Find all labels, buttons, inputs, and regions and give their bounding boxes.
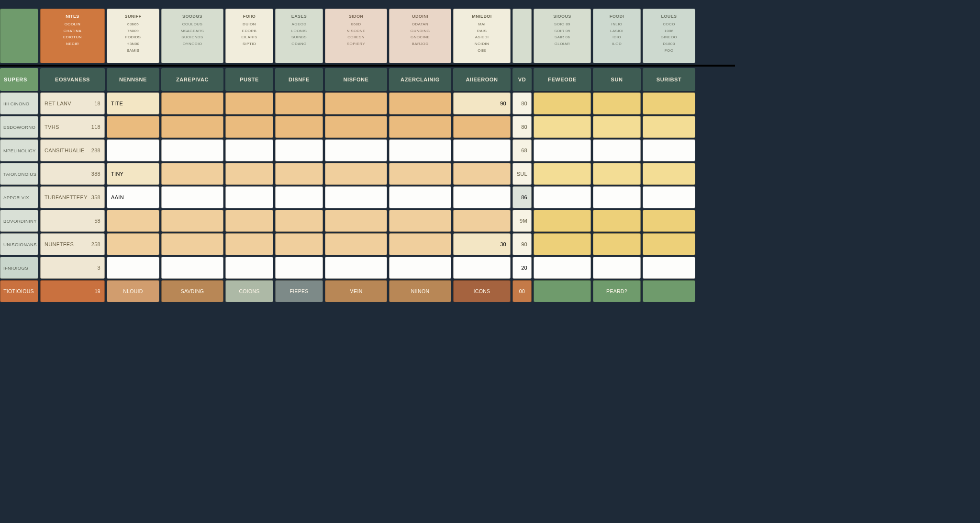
- data-cell[interactable]: [275, 92, 323, 114]
- data-cell[interactable]: [161, 186, 223, 208]
- data-cell[interactable]: [275, 139, 323, 161]
- data-cell[interactable]: [225, 257, 273, 279]
- data-cell[interactable]: [275, 210, 323, 232]
- data-cell[interactable]: [225, 233, 273, 255]
- descriptor-cell[interactable]: FOIIODUIONEDORBEILARISSIPTID: [225, 9, 273, 63]
- header-col[interactable]: FEWEODE: [534, 68, 591, 91]
- data-cell[interactable]: [593, 210, 641, 232]
- data-cell[interactable]: 90: [512, 233, 532, 255]
- data-cell[interactable]: [453, 257, 511, 279]
- data-cell[interactable]: [643, 186, 695, 208]
- descriptor-cell[interactable]: SIOOUSSOIO 89SOIR 05SAIR 06GLOIAR: [534, 9, 591, 63]
- row-category-cell[interactable]: 58: [40, 210, 105, 232]
- data-cell[interactable]: [643, 139, 695, 161]
- data-cell[interactable]: [534, 116, 591, 138]
- data-cell[interactable]: 30: [453, 233, 511, 255]
- data-cell[interactable]: 86: [512, 186, 532, 208]
- header-col[interactable]: NISFONE: [325, 68, 387, 91]
- data-cell[interactable]: [225, 116, 273, 138]
- data-cell[interactable]: [107, 139, 159, 161]
- row-category-cell[interactable]: TUBFANETTEEY358: [40, 186, 105, 208]
- data-cell[interactable]: [593, 186, 641, 208]
- data-cell[interactable]: [389, 233, 451, 255]
- data-cell[interactable]: 9M: [512, 210, 532, 232]
- data-cell[interactable]: [534, 186, 591, 208]
- data-cell[interactable]: [453, 210, 511, 232]
- descriptor-cell[interactable]: EASESAGEODLOONISSUINBSODANG: [275, 9, 323, 63]
- data-cell[interactable]: [161, 163, 223, 185]
- data-cell[interactable]: [534, 92, 591, 114]
- header-side[interactable]: SUPERS: [0, 68, 38, 91]
- data-cell[interactable]: [593, 139, 641, 161]
- data-cell[interactable]: [453, 163, 511, 185]
- data-cell[interactable]: [161, 139, 223, 161]
- data-cell[interactable]: [593, 116, 641, 138]
- header-col[interactable]: SURIBST: [643, 68, 695, 91]
- data-cell[interactable]: [107, 233, 159, 255]
- data-cell[interactable]: [534, 163, 591, 185]
- data-cell[interactable]: [275, 257, 323, 279]
- data-cell[interactable]: [325, 257, 387, 279]
- descriptor-cell[interactable]: SOODGSCOULOUSMSAGEARSSUOICNDSOYNODIO: [161, 9, 223, 63]
- row-category-cell[interactable]: 19: [40, 280, 105, 302]
- descriptor-cell[interactable]: SIDON868DNISODNECOIIESNSOPIERY: [325, 9, 387, 63]
- row-side-label[interactable]: TAIONONOIUS: [0, 163, 38, 185]
- data-cell[interactable]: [325, 92, 387, 114]
- descriptor-cell[interactable]: SUNIFF6366575009FODIDSH3N00SAMIS: [107, 9, 159, 63]
- data-cell[interactable]: 80: [512, 92, 532, 114]
- data-cell[interactable]: TITE: [107, 92, 159, 114]
- header-col[interactable]: AIIEEROON: [453, 68, 511, 91]
- data-cell[interactable]: AAIN: [107, 186, 159, 208]
- data-cell[interactable]: [107, 210, 159, 232]
- data-cell[interactable]: [107, 257, 159, 279]
- data-cell[interactable]: [389, 139, 451, 161]
- data-cell[interactable]: [534, 280, 591, 302]
- data-cell[interactable]: [389, 186, 451, 208]
- data-cell[interactable]: [389, 116, 451, 138]
- data-cell[interactable]: [593, 233, 641, 255]
- data-cell[interactable]: [389, 163, 451, 185]
- row-category-cell[interactable]: 388: [40, 163, 105, 185]
- data-cell[interactable]: [453, 186, 511, 208]
- data-cell[interactable]: [107, 116, 159, 138]
- data-cell[interactable]: [325, 163, 387, 185]
- data-cell[interactable]: SAVDING: [161, 280, 223, 302]
- data-cell[interactable]: [275, 163, 323, 185]
- data-cell[interactable]: [325, 116, 387, 138]
- data-cell[interactable]: [161, 92, 223, 114]
- header-col[interactable]: EOSVANESS: [40, 68, 105, 91]
- descriptor-cell[interactable]: [512, 9, 532, 63]
- data-cell[interactable]: [161, 233, 223, 255]
- header-col[interactable]: NENNSNE: [107, 68, 159, 91]
- descriptor-cell[interactable]: LOUESCOCO1086GINEOOD1800FOO: [643, 9, 695, 63]
- data-cell[interactable]: [453, 139, 511, 161]
- data-cell[interactable]: [643, 210, 695, 232]
- header-col[interactable]: DISNFE: [275, 68, 323, 91]
- data-cell[interactable]: PEARD?: [593, 280, 641, 302]
- data-cell[interactable]: NIINON: [389, 280, 451, 302]
- row-category-cell[interactable]: 3: [40, 257, 105, 279]
- descriptor-cell[interactable]: NITESOOOLINCHATINAEDIOTUNNECIR: [40, 9, 105, 63]
- data-cell[interactable]: MEIN: [325, 280, 387, 302]
- data-cell[interactable]: [643, 163, 695, 185]
- header-col[interactable]: PUSTE: [225, 68, 273, 91]
- data-cell[interactable]: TINY: [107, 163, 159, 185]
- row-side-label[interactable]: ESDOWORNO: [0, 116, 38, 138]
- data-cell[interactable]: [534, 210, 591, 232]
- row-side-label[interactable]: UNISOIONANS: [0, 233, 38, 255]
- data-cell[interactable]: 68: [512, 139, 532, 161]
- data-cell[interactable]: 80: [512, 116, 532, 138]
- data-cell[interactable]: [275, 233, 323, 255]
- data-cell[interactable]: [389, 257, 451, 279]
- header-col[interactable]: AZERCLAINIG: [389, 68, 451, 91]
- row-category-cell[interactable]: CANSITHUALIE288: [40, 139, 105, 161]
- data-cell[interactable]: [325, 186, 387, 208]
- data-cell[interactable]: [161, 116, 223, 138]
- data-cell[interactable]: [389, 210, 451, 232]
- data-cell[interactable]: [593, 257, 641, 279]
- data-cell[interactable]: ICONS: [453, 280, 511, 302]
- row-side-label[interactable]: TIOTIOIOUS: [0, 280, 38, 302]
- header-col[interactable]: ZAREPIVAC: [161, 68, 223, 91]
- data-cell[interactable]: [534, 257, 591, 279]
- header-col[interactable]: SUN: [593, 68, 641, 91]
